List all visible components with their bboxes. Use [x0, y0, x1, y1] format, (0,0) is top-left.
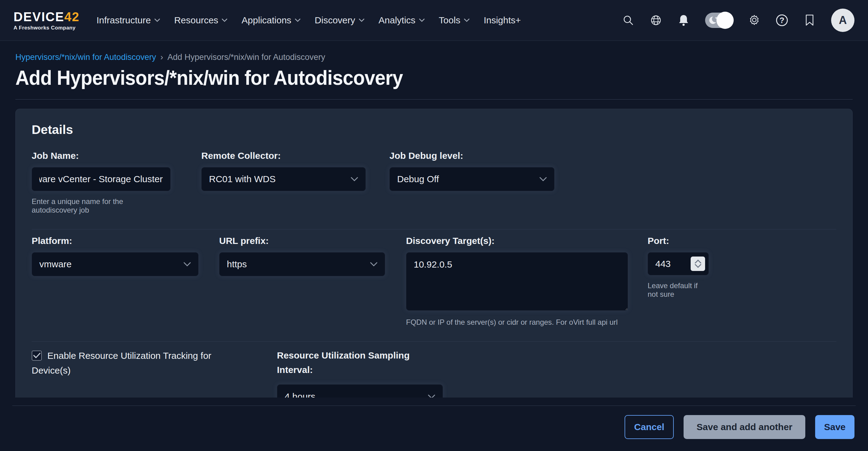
top-navbar: DEVICE42 A Freshworks Company Infrastruc…	[0, 0, 868, 41]
page-title: Add Hypervisors/*nix/win for Autodiscove…	[16, 66, 794, 89]
search-icon[interactable]	[622, 14, 634, 26]
platform-select[interactable]: vmware	[32, 252, 198, 276]
bookmark-icon[interactable]	[803, 14, 816, 26]
port-stepper[interactable]	[691, 257, 705, 271]
section-title: Details	[32, 123, 836, 137]
job-debug-select[interactable]: Debug Off	[390, 167, 555, 191]
port-helper: Leave default if not sure	[648, 282, 709, 299]
form-row-2: Platform: vmware URL prefix: https Disco…	[32, 236, 836, 327]
footer-actions: Cancel Save and add another Save	[0, 406, 868, 439]
discovery-targets-field: Discovery Target(s): 10.92.0.5 FQDN or I…	[406, 236, 628, 327]
job-debug-field: Job Debug level: Debug Off	[390, 151, 555, 191]
port-label: Port:	[648, 236, 709, 246]
chevron-down-icon	[351, 177, 358, 182]
port-field: Port: Leave default if not sure	[648, 236, 709, 299]
resource-tracking-checkbox[interactable]	[32, 351, 42, 361]
chevron-down-icon	[428, 394, 435, 398]
discovery-targets-textarea[interactable]: 10.92.0.5	[406, 252, 628, 311]
globe-icon[interactable]	[650, 14, 662, 26]
url-prefix-select[interactable]: https	[219, 252, 385, 276]
cancel-button[interactable]: Cancel	[625, 415, 674, 439]
platform-field: Platform: vmware	[32, 236, 198, 276]
url-prefix-label: URL prefix:	[219, 236, 385, 246]
menu-discovery[interactable]: Discovery	[315, 15, 365, 26]
chevron-down-icon	[359, 19, 365, 22]
platform-label: Platform:	[32, 236, 198, 246]
form-row-3: Enable Resource Utilization Tracking for…	[32, 348, 836, 397]
bell-icon[interactable]	[677, 14, 690, 26]
menu-insights[interactable]: Insights+	[484, 15, 521, 26]
remote-collector-label: Remote Collector:	[201, 151, 366, 161]
platform-value: vmware	[39, 259, 72, 269]
menu-analytics[interactable]: Analytics	[379, 15, 425, 26]
job-name-label: Job Name:	[32, 151, 170, 161]
avatar[interactable]: A	[831, 9, 855, 32]
form-row-1: Job Name: Enter a unique name for the au…	[32, 151, 836, 215]
chevron-down-icon	[154, 19, 160, 22]
menu-tools[interactable]: Tools	[439, 15, 470, 26]
breadcrumb-separator: ›	[160, 53, 163, 62]
checkmark-icon	[33, 353, 40, 358]
job-name-field: Job Name: Enter a unique name for the au…	[32, 151, 170, 215]
chevron-down-icon	[419, 19, 425, 22]
chevron-down-icon	[370, 262, 377, 267]
save-and-add-another-button[interactable]: Save and add another	[684, 415, 805, 439]
details-card: Details Job Name: Enter a unique name fo…	[16, 109, 852, 397]
save-button[interactable]: Save	[815, 415, 855, 439]
card-divider-2	[32, 341, 836, 342]
breadcrumb: Hypervisors/*nix/win for Autodiscovery ›…	[16, 53, 852, 62]
chevron-down-icon	[295, 19, 301, 22]
remote-collector-select[interactable]: RC01 with WDS	[201, 167, 366, 191]
logo-text: DEVICE42	[13, 10, 80, 23]
page-content: Hypervisors/*nix/win for Autodiscovery ›…	[0, 53, 868, 397]
stepper-down-icon	[695, 264, 702, 268]
menu-infrastructure[interactable]: Infrastructure	[96, 15, 160, 26]
breadcrumb-current: Add Hypervisors/*nix/win for Autodiscove…	[167, 53, 325, 62]
card-divider-1	[32, 229, 836, 229]
menu-applications[interactable]: Applications	[242, 15, 301, 26]
chevron-down-icon	[464, 19, 470, 22]
job-debug-label: Job Debug level:	[390, 151, 555, 161]
logo-42: 42	[64, 9, 80, 24]
help-icon[interactable]: ?	[776, 14, 788, 26]
sampling-interval-label: Resource Utilization Sampling Interval:	[277, 348, 415, 377]
sampling-interval-field: Resource Utilization Sampling Interval: …	[277, 348, 443, 397]
chevron-down-icon	[222, 19, 227, 22]
title-divider	[16, 99, 852, 100]
theme-toggle[interactable]	[705, 12, 733, 28]
remote-collector-value: RC01 with WDS	[209, 174, 276, 184]
job-name-helper: Enter a unique name for the autodiscover…	[32, 197, 170, 215]
resource-tracking-field[interactable]: Enable Resource Utilization Tracking for…	[32, 348, 231, 378]
device42-logo[interactable]: DEVICE42 A Freshworks Company	[13, 10, 82, 30]
discovery-targets-label: Discovery Target(s):	[406, 236, 628, 246]
breadcrumb-link[interactable]: Hypervisors/*nix/win for Autodiscovery	[16, 53, 156, 62]
navbar-actions: ? A	[622, 9, 855, 32]
url-prefix-field: URL prefix: https	[219, 236, 385, 276]
sampling-interval-select[interactable]: 4 hours	[277, 384, 443, 397]
menu-resources[interactable]: Resources	[174, 15, 227, 26]
url-prefix-value: https	[227, 259, 247, 269]
job-name-input[interactable]	[32, 167, 170, 191]
logo-tagline: A Freshworks Company	[13, 25, 82, 30]
resource-tracking-label: Enable Resource Utilization Tracking for…	[32, 351, 212, 376]
job-debug-value: Debug Off	[397, 174, 439, 184]
toggle-knob	[716, 12, 734, 29]
chevron-down-icon	[184, 262, 191, 267]
form-footer: Cancel Save and add another Save	[0, 406, 868, 439]
sampling-interval-value: 4 hours	[285, 391, 315, 397]
chevron-down-icon	[539, 177, 547, 182]
discovery-targets-helper: FQDN or IP of the server(s) or cidr or r…	[406, 318, 628, 327]
gear-icon[interactable]	[748, 14, 761, 26]
remote-collector-field: Remote Collector: RC01 with WDS	[201, 151, 366, 191]
main-menu: Infrastructure Resources Applications Di…	[96, 15, 521, 26]
stepper-up-icon	[695, 260, 702, 264]
